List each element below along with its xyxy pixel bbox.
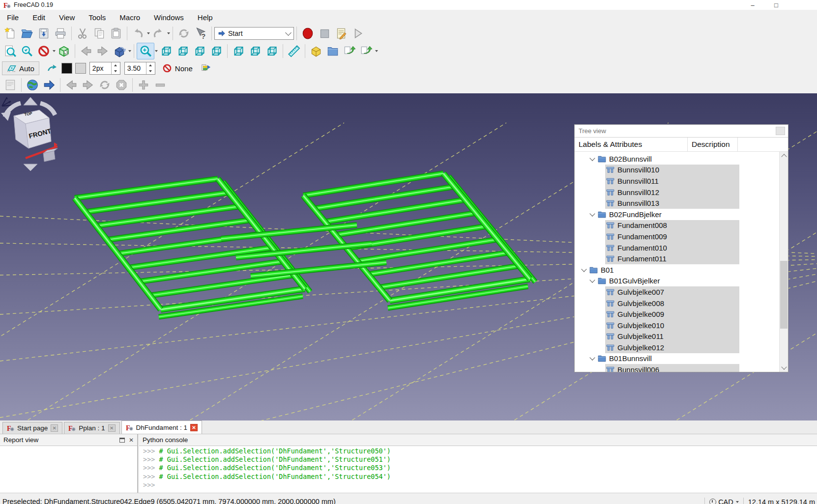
macro-record-button[interactable] <box>299 26 316 41</box>
tree-item-row[interactable]: Bunnsvill010 <box>605 165 739 176</box>
refresh-button[interactable] <box>175 26 192 41</box>
web-page-button[interactable] <box>2 77 19 93</box>
paste-button[interactable] <box>108 26 124 41</box>
tree-item[interactable]: B01Bunnsvill <box>575 353 780 364</box>
line-width-value[interactable]: 2px <box>90 62 111 74</box>
web-zoom-out-button[interactable] <box>152 77 169 93</box>
chevron-down-icon[interactable] <box>588 357 597 360</box>
menu-file[interactable]: File <box>0 11 26 24</box>
apply-style-button[interactable] <box>198 60 214 76</box>
view-front-button[interactable] <box>175 43 191 59</box>
draft-snap-button[interactable] <box>43 60 60 76</box>
menu-help[interactable]: Help <box>191 11 220 24</box>
undo-button[interactable] <box>130 26 146 41</box>
box-selection-button[interactable] <box>56 43 72 59</box>
tree-item-row[interactable]: Gulvbjelke008 <box>605 298 739 309</box>
tree-item-row[interactable]: Bunnsvill006 <box>605 364 739 372</box>
macro-play-button[interactable] <box>350 26 366 41</box>
scroll-down-icon[interactable] <box>780 364 788 372</box>
new-file-button[interactable] <box>2 26 19 41</box>
text-size-up[interactable] <box>146 62 155 68</box>
tree-item[interactable]: Fundament009 <box>575 231 780 242</box>
open-file-button[interactable] <box>19 26 35 41</box>
tree-item[interactable]: B01GulvBjelker <box>575 276 780 287</box>
web-go-button[interactable] <box>41 77 58 93</box>
measure-button[interactable] <box>286 43 302 59</box>
tab-pplan[interactable]: Pplan : 1 ✕ <box>64 422 119 434</box>
tree-item-row[interactable]: Gulvbjelke009 <box>605 308 739 320</box>
tab-start-page[interactable]: Start page ✕ <box>2 422 62 434</box>
part-box-button[interactable] <box>308 43 324 59</box>
external-link-dropdown[interactable] <box>375 50 378 52</box>
line-color-swatch[interactable] <box>61 63 72 74</box>
view-left-button[interactable] <box>263 43 280 59</box>
tree-item-row[interactable]: Gulvbjelke012 <box>605 342 739 353</box>
view-right-button[interactable] <box>208 43 225 59</box>
fit-all-button[interactable] <box>2 43 19 59</box>
tree-item[interactable]: Gulvbjelke010 <box>575 320 780 331</box>
tree-item-row[interactable]: Fundament008 <box>605 220 739 231</box>
maximize-button[interactable]: □ <box>770 0 783 9</box>
tree-column-description[interactable]: Description <box>688 138 738 151</box>
text-size-down[interactable] <box>146 68 155 74</box>
tab-pplan-close-icon[interactable]: ✕ <box>108 424 116 432</box>
menu-tools[interactable]: Tools <box>82 11 113 24</box>
tree-item-row[interactable]: Bunnsvill012 <box>605 187 739 198</box>
sync-view-button[interactable] <box>111 43 128 59</box>
text-size-spinner[interactable]: 3.50 <box>124 62 155 75</box>
view-bottom-button[interactable] <box>247 43 263 59</box>
minimize-button[interactable]: – <box>746 0 759 9</box>
redo-dropdown[interactable] <box>167 32 170 34</box>
tree-panel-titlebar[interactable]: Tree view <box>575 125 788 138</box>
draw-style-button[interactable] <box>35 43 52 59</box>
line-width-up[interactable] <box>112 62 120 68</box>
print-button[interactable] <box>52 26 69 41</box>
autogroup-button[interactable]: None <box>162 63 193 73</box>
tree-item[interactable]: Gulvbjelke008 <box>575 298 780 309</box>
tree-item[interactable]: Bunnsvill013 <box>575 197 780 209</box>
line-width-down[interactable] <box>112 68 120 74</box>
python-console-body[interactable]: >>> # Gui.Selection.addSelection('DhFund… <box>139 446 817 493</box>
menu-edit[interactable]: Edit <box>26 11 52 24</box>
working-plane-button[interactable]: Auto <box>2 61 39 75</box>
tab-start-page-close-icon[interactable]: ✕ <box>51 424 58 432</box>
tree-item[interactable]: Fundament010 <box>575 242 780 253</box>
fit-selection-button[interactable] <box>19 43 35 59</box>
nav-back-button[interactable] <box>78 43 94 59</box>
group-button[interactable] <box>324 43 341 59</box>
navcube-down-arrow[interactable] <box>24 164 37 171</box>
workbench-selector[interactable]: Start <box>214 27 294 40</box>
web-back-button[interactable] <box>63 77 80 93</box>
web-stop-button[interactable] <box>113 77 130 93</box>
tree-panel-float-button[interactable] <box>776 127 785 135</box>
navcube-up-arrow[interactable] <box>24 97 37 105</box>
chevron-down-icon[interactable] <box>580 269 588 271</box>
menu-macro[interactable]: Macro <box>113 11 147 24</box>
face-color-swatch[interactable] <box>75 63 86 74</box>
tree-item-row[interactable]: Gulvbjelke011 <box>605 331 739 342</box>
make-link-button[interactable] <box>341 43 358 59</box>
web-refresh-button[interactable] <box>96 77 113 93</box>
tree-item-row[interactable]: B01GulvBjelker <box>597 276 739 287</box>
tree-item[interactable]: B02Bunnsvill <box>575 153 780 165</box>
tree-item[interactable]: Gulvbjelke007 <box>575 286 780 298</box>
menu-view[interactable]: View <box>52 11 82 24</box>
sync-view-dropdown[interactable] <box>128 50 131 52</box>
copy-button[interactable] <box>91 26 108 41</box>
tree-item[interactable]: Fundament011 <box>575 253 780 264</box>
view-top-button[interactable] <box>191 43 208 59</box>
external-link-button[interactable] <box>358 43 375 59</box>
tree-column-labels[interactable]: Labels & Attributes <box>575 138 688 151</box>
tree-item[interactable]: Gulvbjelke009 <box>575 308 780 320</box>
tab-dhfundament-close-icon[interactable]: ✕ <box>190 424 198 431</box>
report-view-close-icon[interactable]: ✕ <box>129 437 134 444</box>
tree-item[interactable]: Bunnsvill011 <box>575 175 780 187</box>
tree-item-row[interactable]: Gulvbjelke007 <box>605 286 739 298</box>
nav-forward-button[interactable] <box>94 43 111 59</box>
macro-edit-button[interactable] <box>333 26 350 41</box>
zoom-tool-button[interactable] <box>137 43 154 59</box>
tree-item-row[interactable]: B01Bunnsvill <box>597 353 739 364</box>
tree-item-row[interactable]: Fundament010 <box>605 242 739 253</box>
chevron-down-icon[interactable] <box>588 158 597 160</box>
tree-item-row[interactable]: Fundament011 <box>605 253 739 264</box>
